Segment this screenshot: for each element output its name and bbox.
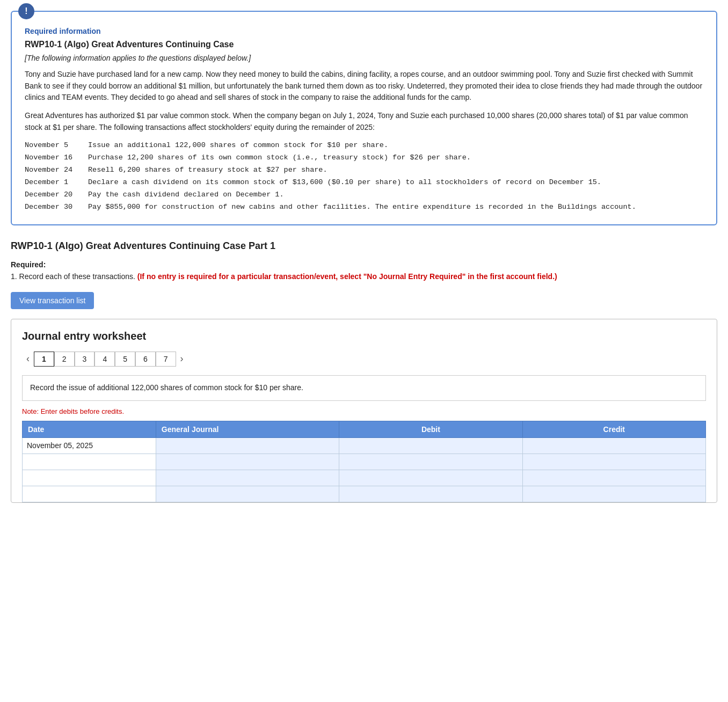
info-icon: !: [18, 3, 34, 19]
table-row: November 05, 2025: [23, 437, 706, 454]
debit-input[interactable]: [344, 473, 518, 482]
view-transaction-list-button[interactable]: View transaction list: [11, 292, 94, 309]
table-row: [23, 486, 706, 502]
required-label: Required:: [11, 260, 717, 269]
transaction-text: Pay the cash dividend declared on Decemb…: [88, 189, 284, 201]
required-info-label: Required information: [25, 27, 703, 35]
credit-input[interactable]: [527, 441, 701, 450]
col-header-general-journal: General Journal: [156, 421, 339, 437]
transaction-row: December 20Pay the cash dividend declare…: [25, 189, 703, 201]
col-header-debit: Debit: [339, 421, 522, 437]
part1-section-title: RWP10-1 (Algo) Great Adventures Continui…: [11, 240, 717, 252]
table-row: [23, 470, 706, 486]
transactions-list: November 5Issue an additional 122,000 sh…: [25, 140, 703, 214]
credit-input[interactable]: [527, 457, 701, 466]
worksheet-box: Journal entry worksheet ‹ 1 2 3 4 5 6 7 …: [11, 319, 717, 503]
tab-4[interactable]: 4: [94, 352, 115, 367]
paragraph-1: Tony and Suzie have purchased land for a…: [25, 69, 703, 104]
info-box: ! Required information RWP10-1 (Algo) Gr…: [11, 11, 717, 225]
case-title: RWP10-1 (Algo) Great Adventures Continui…: [25, 40, 703, 49]
transaction-text: Purchase 12,200 shares of its own common…: [88, 152, 471, 164]
col-header-credit: Credit: [522, 421, 705, 437]
tab-5[interactable]: 5: [115, 352, 135, 367]
col-header-date: Date: [23, 421, 156, 437]
transaction-text: Pay $855,000 for construction of new cab…: [88, 201, 636, 214]
debit-input[interactable]: [344, 489, 518, 498]
journal-table: Date General Journal Debit Credit Novemb…: [22, 421, 706, 502]
journal-input[interactable]: [161, 473, 334, 482]
transaction-text: Issue an additional 122,000 shares of co…: [88, 140, 388, 152]
note-text: Note: Enter debits before credits.: [22, 407, 706, 415]
transaction-date: November 5: [25, 140, 84, 152]
tab-6[interactable]: 6: [135, 352, 156, 367]
transaction-text: Declare a cash dividend on its common st…: [88, 177, 601, 189]
credit-input[interactable]: [527, 489, 701, 498]
tab-navigation: ‹ 1 2 3 4 5 6 7 ›: [22, 351, 706, 367]
part1-section: RWP10-1 (Algo) Great Adventures Continui…: [11, 240, 717, 319]
tab-7[interactable]: 7: [156, 352, 176, 367]
transaction-date: December 1: [25, 177, 84, 189]
instruction-text: 1. Record each of these transactions. (I…: [11, 271, 717, 282]
transaction-date: December 20: [25, 189, 84, 201]
journal-input[interactable]: [161, 441, 334, 450]
tab-prev-button[interactable]: ‹: [22, 351, 34, 367]
tab-next-button[interactable]: ›: [176, 351, 188, 367]
case-subtitle: [The following information applies to th…: [25, 54, 703, 62]
transaction-text: Resell 6,200 shares of treasury stock at…: [88, 164, 327, 177]
transaction-row: December 30Pay $855,000 for construction…: [25, 201, 703, 214]
cell-date: November 05, 2025: [23, 437, 156, 454]
journal-input[interactable]: [161, 457, 334, 466]
worksheet-title: Journal entry worksheet: [22, 330, 706, 342]
cell-date: [23, 454, 156, 470]
paragraph-2: Great Adventures has authorized $1 par v…: [25, 110, 703, 133]
cell-date: [23, 486, 156, 502]
tab-1[interactable]: 1: [34, 352, 54, 367]
transaction-row: November 5Issue an additional 122,000 sh…: [25, 140, 703, 152]
instruction-1: 1. Record each of these transactions.: [11, 272, 135, 281]
table-row: [23, 454, 706, 470]
credit-input[interactable]: [527, 473, 701, 482]
transaction-date: November 16: [25, 152, 84, 164]
journal-input[interactable]: [161, 489, 334, 498]
cell-date: [23, 470, 156, 486]
transaction-date: November 24: [25, 164, 84, 177]
instruction-2: (If no entry is required for a particula…: [137, 272, 557, 281]
transaction-date: December 30: [25, 201, 84, 214]
tab-2[interactable]: 2: [54, 352, 75, 367]
debit-input[interactable]: [344, 457, 518, 466]
transaction-row: December 1Declare a cash dividend on its…: [25, 177, 703, 189]
debit-input[interactable]: [344, 441, 518, 450]
transaction-row: November 24Resell 6,200 shares of treasu…: [25, 164, 703, 177]
tab-3[interactable]: 3: [75, 352, 95, 367]
description-box: Record the issue of additional 122,000 s…: [22, 375, 706, 401]
transaction-row: November 16Purchase 12,200 shares of its…: [25, 152, 703, 164]
